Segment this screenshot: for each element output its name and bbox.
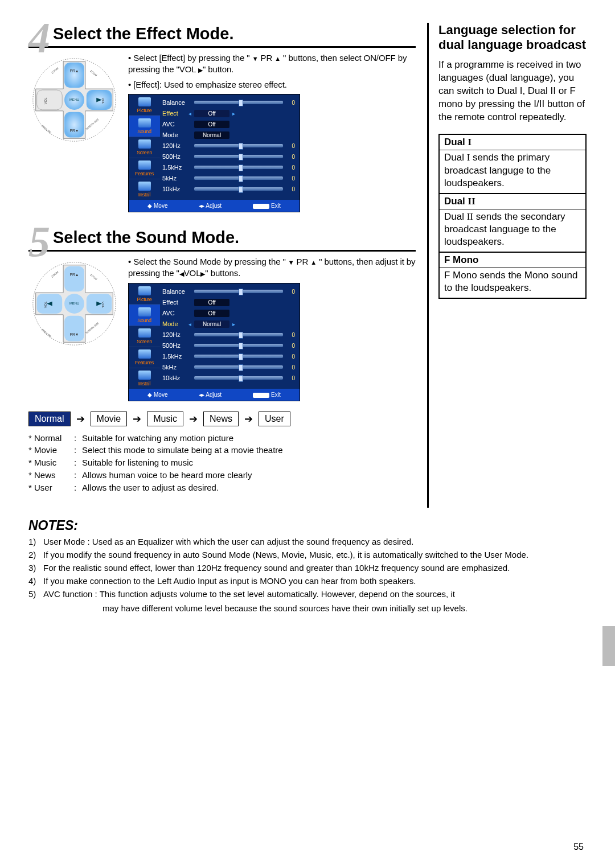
features-icon: [138, 161, 151, 170]
svg-text:VOL: VOL: [101, 98, 104, 105]
step-title: Select the Sound Mode.: [53, 228, 239, 247]
osd-row-5khz: 5kHz0: [160, 362, 295, 373]
mode-box-music: Music: [147, 412, 183, 426]
fmono-body: F Mono sends the Mono sound to the louds…: [440, 268, 585, 298]
sidebar-title: Language selection for dual language bro…: [438, 23, 587, 53]
note-item: 2)If you modify the sound frequency in a…: [28, 549, 587, 561]
osd-row-500hz: 500Hz0: [160, 340, 295, 351]
osd-row-mode: ModeNormal: [160, 130, 295, 141]
osd-tab-install: Install: [129, 179, 160, 200]
mode-desc-row: * Music:Suitable for listening to music: [28, 456, 416, 469]
osd-row-120hz: 120Hz0: [160, 330, 295, 340]
screen-icon: [138, 139, 151, 149]
note-item: 4)If you make connection to the Left Aud…: [28, 575, 587, 587]
mode-box-user: User: [259, 412, 290, 426]
osd-tab-picture: Picture: [129, 283, 160, 305]
notes-title: NOTES:: [28, 518, 587, 533]
osd-tab-screen: Screen: [129, 326, 160, 347]
install-icon: [138, 182, 151, 191]
thumb-tab: [602, 626, 615, 666]
sidebar-paragraph: If a programme is received in two langua…: [438, 59, 587, 124]
osd-tab-picture: Picture: [129, 94, 160, 116]
arrow-right-icon: ➔: [133, 413, 141, 425]
osd-tab-screen: Screen: [129, 137, 160, 158]
instruction-line: [Effect]: Used to emphasize stereo effec…: [128, 79, 416, 90]
sound-icon: [138, 307, 151, 316]
dpad-graphic: PR▲ PR▼ MENU VOL VOL ZOOM ZOOM PREV.PR S…: [30, 260, 118, 348]
osd-move-hint: ◆ Move: [147, 203, 167, 209]
note-item: 5)AVC function : This function adjusts v…: [28, 588, 587, 600]
osd-menu: PictureSoundScreenFeaturesInstall Balanc…: [128, 94, 300, 212]
mode-box-movie: Movie: [91, 412, 128, 426]
sound-icon: [138, 118, 151, 127]
down-triangle-icon: ▼: [252, 55, 259, 63]
svg-text:VOL: VOL: [44, 97, 47, 104]
svg-text:PR▲: PR▲: [69, 273, 79, 277]
features-icon: [138, 349, 151, 359]
instruction-line: Select [Effect] by pressing the " ▼ PR ▲…: [128, 52, 416, 76]
osd-tab-sound: Sound: [129, 116, 160, 137]
osd-row-120hz: 120Hz0: [160, 141, 295, 151]
osd-row-balance: Balance0: [160, 286, 295, 297]
svg-text:SCREEN SIZE: SCREEN SIZE: [85, 322, 99, 335]
right-triangle-icon: ▶: [198, 66, 203, 75]
osd-row-effect: EffectOff: [160, 108, 295, 119]
osd-row-avc: AVCOff: [160, 308, 295, 319]
osd-row-balance: Balance0: [160, 97, 295, 108]
osd-menu: PictureSoundScreenFeaturesInstall Balanc…: [128, 283, 300, 401]
osd-row-500hz: 500Hz0: [160, 151, 295, 162]
svg-text:PREV.PR: PREV.PR: [40, 328, 52, 338]
osd-tab-sound: Sound: [129, 305, 160, 326]
osd-tab-features: Features: [129, 158, 160, 179]
osd-row-5khz: 5kHz0: [160, 173, 295, 184]
svg-text:PREV.PR: PREV.PR: [40, 125, 52, 134]
mode-box-normal: Normal: [28, 412, 71, 426]
svg-text:PR▼: PR▼: [69, 129, 79, 133]
osd-row-mode: ModeNormal: [160, 319, 295, 330]
svg-text:MENU: MENU: [69, 302, 79, 306]
fmono-heading: F Mono: [440, 252, 585, 268]
svg-rect-1: [64, 63, 84, 88]
svg-text:PR▼: PR▼: [69, 332, 79, 336]
osd-exit-hint: MENUExit: [253, 203, 281, 209]
osd-row-10khz: 10kHz0: [160, 184, 295, 195]
step-title: Select the Effect Mode.: [53, 24, 233, 43]
dual2-heading: Dual II: [440, 193, 585, 209]
svg-text:SCREEN SIZE: SCREEN SIZE: [85, 118, 99, 131]
svg-rect-18: [64, 316, 84, 342]
mode-desc-row: * Movie:Select this mode to simulate bei…: [28, 444, 416, 456]
osd-tab-install: Install: [129, 368, 160, 389]
mode-desc-row: * User:Allows the user to adjust as desi…: [28, 482, 416, 494]
osd-row-avc: AVCOff: [160, 119, 295, 130]
dual1-heading: Dual I: [440, 135, 585, 150]
arrow-right-icon: ➔: [244, 413, 253, 425]
svg-text:ZOOM: ZOOM: [89, 273, 97, 281]
osd-tab-features: Features: [129, 347, 160, 368]
mode-desc-row: * Normal:Suitable for watching any motio…: [28, 432, 416, 445]
install-icon: [138, 371, 151, 380]
instruction-line: Select the Sound Mode by pressing the " …: [128, 256, 416, 279]
step-number: 4: [28, 23, 50, 53]
dual1-body: Dual I sends the primary broadcast langu…: [440, 150, 585, 192]
picture-icon: [138, 97, 151, 106]
sidebar: Language selection for dual language bro…: [438, 23, 587, 508]
arrow-right-icon: ➔: [76, 413, 85, 425]
dual-language-table: Dual I Dual I sends the primary broadcas…: [438, 134, 587, 299]
step-number: 5: [28, 227, 50, 257]
svg-text:PR▲: PR▲: [69, 69, 79, 73]
svg-rect-17: [64, 266, 84, 292]
note-continuation: may have different volume level because …: [28, 602, 587, 614]
svg-rect-3: [36, 90, 62, 110]
note-item: 3)For the realistic sound effect, lower …: [28, 562, 587, 574]
sound-mode-flow: Normal➔Movie➔Music➔News➔User: [28, 412, 416, 426]
dual2-body: Dual II sends the secondary broadcast la…: [440, 209, 585, 252]
notes-section: NOTES: 1)User Mode : Used as an Equalize…: [28, 518, 587, 614]
step-5: 5 Select the Sound Mode.: [28, 227, 416, 493]
mode-descriptions: * Normal:Suitable for watching any motio…: [28, 432, 416, 494]
svg-text:ZOOM: ZOOM: [51, 271, 59, 278]
page-number: 55: [573, 842, 584, 852]
osd-row-10khz: 10kHz0: [160, 373, 295, 384]
svg-text:MENU: MENU: [69, 98, 79, 102]
up-triangle-icon: ▲: [274, 55, 281, 63]
svg-text:VOL: VOL: [101, 302, 104, 308]
